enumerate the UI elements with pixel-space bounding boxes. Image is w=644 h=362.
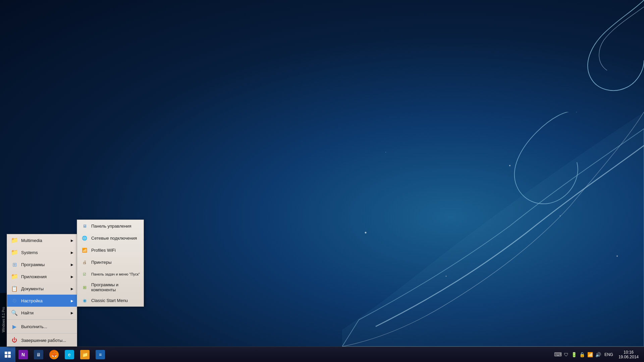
submenu-taskbar-label: Панель задач и меню "Пуск": [91, 272, 140, 276]
programs-arrow: ▶: [71, 263, 73, 266]
programs-icon: ⊞: [10, 260, 18, 268]
language-label: ENG: [604, 352, 613, 357]
find-arrow: ▶: [71, 311, 73, 315]
taskbar-menu-icon: ☑: [80, 270, 89, 278]
start-button[interactable]: [0, 347, 15, 362]
menu-item-settings-label: Настройка: [21, 298, 43, 303]
systems-icon: 📁: [10, 248, 18, 256]
tray-language[interactable]: ENG: [603, 347, 614, 362]
tray-network-icon[interactable]: 📶: [587, 347, 594, 362]
tray-security-icon[interactable]: 🛡: [563, 347, 570, 362]
run-icon: ▶: [10, 322, 18, 330]
menu-item-settings[interactable]: ⚙ Настройка ▶ 🖥 Панель управления 🌐 Сете…: [7, 295, 77, 307]
windows-edition-label: Windows 8.1 Pro: [0, 293, 7, 347]
clock-time: 10:16: [624, 350, 634, 355]
settings-icon: ⚙: [10, 297, 18, 305]
svg-point-4: [616, 255, 618, 257]
classic-start-icon: ◉: [80, 296, 89, 304]
menu-item-programs[interactable]: ⊞ Программы ▶: [7, 258, 77, 270]
multimedia-arrow: ▶: [71, 239, 73, 242]
submenu-printers-label: Принтеры: [91, 260, 112, 265]
windows-logo-icon: [4, 351, 12, 359]
submenu-network-label: Сетевые подключения: [91, 236, 137, 241]
taskbar-icons: N 🖥 🦊 e 📁 ≡: [15, 347, 108, 362]
tray-keyboard-icon[interactable]: ⌨: [555, 347, 561, 362]
printers-icon: 🖨: [80, 258, 89, 266]
control-panel-icon: 🖥: [80, 222, 89, 230]
desktop: Windows 8.1 Pro 📁 Multimedia ▶ 📁 Systems…: [0, 0, 644, 362]
settings-arrow: ▶: [71, 299, 73, 303]
tray-clock[interactable]: 10:16 19.06.2014: [616, 347, 641, 362]
menu-item-systems-label: Systems: [21, 250, 38, 255]
menu-item-run[interactable]: ▶ Выполнить...: [7, 320, 77, 333]
documents-icon: 📋: [10, 285, 18, 293]
desktop-wave: [342, 112, 644, 347]
taskbar-file-explorer[interactable]: 📁: [77, 347, 93, 362]
menu-item-systems[interactable]: 📁 Systems ▶: [7, 246, 77, 258]
menu-item-multimedia[interactable]: 📁 Multimedia ▶: [7, 234, 77, 246]
menu-item-documents[interactable]: 📋 Документы ▶: [7, 283, 77, 295]
applications-arrow: ▶: [71, 275, 73, 279]
submenu-item-classic-start[interactable]: ◉ Classic Start Menu: [77, 294, 144, 306]
tray-volume-icon[interactable]: 🔊: [595, 347, 602, 362]
network-icon: 🌐: [80, 234, 89, 242]
svg-point-5: [385, 152, 386, 153]
taskbar-firefox[interactable]: 🦊: [46, 347, 62, 362]
svg-point-2: [509, 165, 511, 166]
submenu-item-profiles-wifi[interactable]: 📶 Profiles WiFi: [77, 244, 144, 256]
submenu-item-control-panel[interactable]: 🖥 Панель управления: [77, 220, 144, 232]
tray-lock-icon[interactable]: 🔒: [579, 347, 586, 362]
clock-date: 19.06.2014: [619, 355, 639, 359]
taskbar: N 🖥 🦊 e 📁 ≡ ⌨: [0, 347, 644, 362]
submenu-programs-components-label: Программы и компоненты: [91, 282, 140, 292]
find-icon: 🔍: [10, 309, 18, 317]
wifi-icon: 📶: [80, 246, 89, 254]
multimedia-icon: 📁: [10, 236, 18, 244]
documents-arrow: ▶: [71, 287, 73, 291]
top-decoration: [443, 0, 644, 134]
system-tray: ⌨ 🛡 🔋 🔒 📶 🔊 ENG 10:16 19.06.2014: [555, 347, 644, 362]
menu-separator-1: [7, 319, 77, 320]
menu-item-applications[interactable]: 📁 Приложения ▶: [7, 270, 77, 283]
menu-item-programs-label: Программы: [21, 262, 45, 267]
svg-point-1: [446, 276, 447, 277]
settings-submenu: 🖥 Панель управления 🌐 Сетевые подключени…: [77, 220, 144, 307]
submenu-item-network[interactable]: 🌐 Сетевые подключения: [77, 232, 144, 244]
start-menu: 📁 Multimedia ▶ 📁 Systems ▶ ⊞ Программы ▶…: [7, 234, 77, 347]
systems-arrow: ▶: [71, 251, 73, 254]
programs-components-icon: ⊞: [80, 283, 89, 291]
tray-battery-icon[interactable]: 🔋: [571, 347, 578, 362]
taskbar-windows-explorer[interactable]: 🖥: [31, 347, 46, 362]
menu-item-shutdown[interactable]: ⏻ Завершение работы...: [7, 334, 77, 346]
submenu-profiles-wifi-label: Profiles WiFi: [91, 248, 116, 253]
submenu-classic-start-label: Classic Start Menu: [91, 298, 128, 303]
applications-icon: 📁: [10, 273, 18, 281]
submenu-control-panel-label: Панель управления: [91, 224, 131, 229]
menu-item-applications-label: Приложения: [21, 274, 47, 279]
menu-separator-2: [7, 333, 77, 334]
svg-point-3: [560, 216, 561, 217]
taskbar-left: N 🖥 🦊 e 📁 ≡: [0, 347, 108, 362]
menu-item-run-label: Выполнить...: [21, 324, 47, 329]
svg-point-0: [365, 232, 367, 234]
menu-item-find-label: Найти: [21, 310, 34, 315]
menu-item-multimedia-label: Multimedia: [21, 238, 42, 243]
submenu-item-programs-components[interactable]: ⊞ Программы и компоненты: [77, 280, 144, 294]
menu-item-find[interactable]: 🔍 Найти ▶: [7, 307, 77, 319]
menu-item-documents-label: Документы: [21, 286, 44, 291]
submenu-item-taskbar[interactable]: ☑ Панель задач и меню "Пуск": [77, 268, 144, 280]
submenu-item-printers[interactable]: 🖨 Принтеры: [77, 256, 144, 268]
taskbar-onenote[interactable]: N: [15, 347, 31, 362]
shutdown-icon: ⏻: [10, 336, 18, 344]
taskbar-ie[interactable]: e: [62, 347, 77, 362]
menu-item-shutdown-label: Завершение работы...: [21, 338, 66, 343]
taskbar-metro-app[interactable]: ≡: [93, 347, 108, 362]
